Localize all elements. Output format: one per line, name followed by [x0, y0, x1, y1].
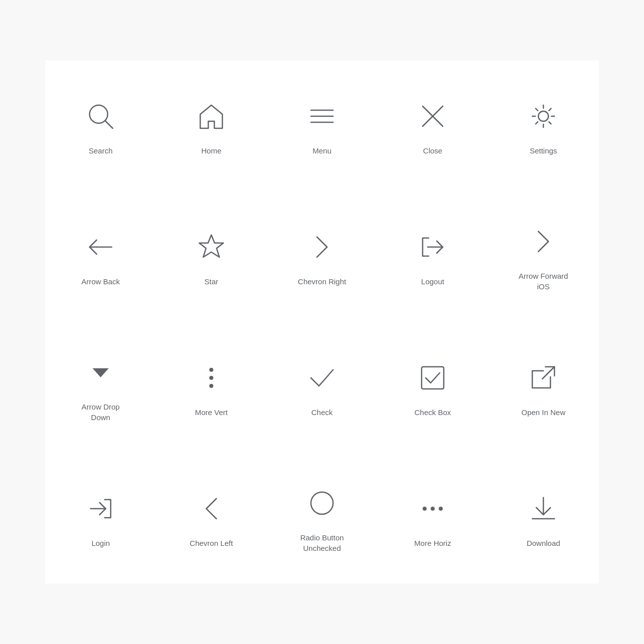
svg-marker-9: [199, 235, 223, 257]
check-box-icon: [413, 358, 453, 398]
close-icon: [413, 96, 453, 136]
icon-cell-settings: Settings: [488, 60, 599, 191]
radio-button-unchecked-label: Radio ButtonUnchecked: [300, 532, 344, 553]
radio-button-unchecked-icon: [302, 483, 342, 523]
icon-cell-search: Search: [45, 60, 156, 191]
home-label: Home: [201, 145, 221, 156]
search-icon: [80, 96, 121, 136]
arrow-drop-down-icon: [80, 352, 121, 392]
settings-icon: [523, 96, 564, 136]
settings-label: Settings: [530, 145, 557, 156]
icon-cell-chevron-right: Chevron Right: [267, 191, 377, 322]
search-label: Search: [89, 145, 113, 156]
download-icon: [523, 489, 564, 529]
icon-cell-arrow-back: Arrow Back: [45, 191, 156, 322]
close-label: Close: [423, 145, 442, 156]
open-in-new-icon: [523, 358, 564, 398]
login-icon: [80, 489, 121, 529]
login-label: Login: [92, 538, 110, 548]
chevron-left-label: Chevron Left: [190, 538, 233, 548]
svg-point-14: [209, 384, 213, 388]
icon-cell-more-horiz: More Horiz: [377, 453, 488, 584]
icon-cell-logout: Logout: [377, 191, 488, 322]
chevron-right-icon: [302, 227, 342, 267]
arrow-forward-ios-label: Arrow ForwardiOS: [519, 271, 568, 292]
more-horiz-label: More Horiz: [414, 538, 451, 548]
menu-icon: [302, 96, 342, 136]
icon-cell-more-vert: More Vert: [156, 322, 267, 453]
icon-cell-arrow-drop-down: Arrow DropDown: [45, 322, 156, 453]
icon-cell-star: Star: [156, 191, 267, 322]
logout-icon: [413, 227, 453, 267]
arrow-back-label: Arrow Back: [82, 276, 120, 287]
icon-cell-radio-button-unchecked: Radio ButtonUnchecked: [267, 453, 377, 584]
svg-line-1: [105, 121, 113, 128]
logout-label: Logout: [421, 276, 444, 287]
icon-cell-close: Close: [377, 60, 488, 191]
more-horiz-icon: [413, 489, 453, 529]
star-label: Star: [204, 276, 218, 287]
icon-cell-arrow-forward-ios: Arrow ForwardiOS: [488, 191, 599, 322]
icon-cell-menu: Menu: [267, 60, 377, 191]
home-icon: [191, 96, 231, 136]
chevron-left-icon: [191, 489, 231, 529]
menu-label: Menu: [312, 145, 332, 156]
icon-cell-login: Login: [45, 453, 156, 584]
svg-point-7: [538, 111, 548, 121]
check-label: Check: [311, 407, 333, 418]
svg-point-20: [431, 507, 435, 511]
open-in-new-label: Open In New: [521, 407, 566, 418]
icon-cell-check: Check: [267, 322, 377, 453]
svg-marker-11: [93, 368, 109, 377]
icon-cell-download: Download: [488, 453, 599, 584]
download-label: Download: [527, 538, 560, 548]
check-box-label: Check Box: [415, 407, 451, 418]
svg-point-21: [439, 507, 443, 511]
svg-point-13: [209, 376, 213, 380]
icon-cell-check-box: Check Box: [377, 322, 488, 453]
svg-line-16: [542, 367, 554, 379]
icon-grid: SearchHomeMenuCloseSettingsArrow BackSta…: [45, 60, 599, 584]
icon-cell-chevron-left: Chevron Left: [156, 453, 267, 584]
icon-cell-home: Home: [156, 60, 267, 191]
more-vert-label: More Vert: [195, 407, 227, 418]
svg-point-12: [209, 368, 213, 372]
more-vert-icon: [191, 358, 231, 398]
star-icon: [191, 227, 231, 267]
svg-point-19: [423, 507, 427, 511]
chevron-right-label: Chevron Right: [298, 276, 346, 287]
arrow-back-icon: [80, 227, 121, 267]
check-icon: [302, 358, 342, 398]
arrow-drop-down-label: Arrow DropDown: [82, 401, 120, 423]
svg-rect-15: [422, 367, 444, 389]
svg-point-18: [311, 492, 333, 514]
arrow-forward-ios-icon: [523, 221, 564, 262]
icon-cell-open-in-new: Open In New: [488, 322, 599, 453]
